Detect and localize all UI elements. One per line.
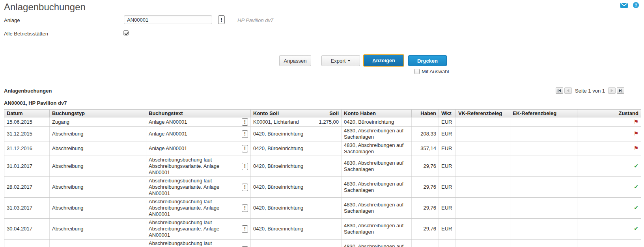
cell-text: Abschreibungsbuchung laut Abschreibungsv…	[146, 177, 251, 198]
table-row[interactable]: 31.12.2016AbschreibungAnlage AN00001!042…	[4, 141, 641, 156]
cell-haben: 29,76	[412, 177, 439, 198]
cell-vk	[456, 219, 510, 240]
last-page-button[interactable]	[617, 87, 624, 94]
lookup-button[interactable]: !	[242, 163, 248, 170]
column-header-haben[interactable]: Haben	[412, 110, 439, 117]
cell-datum: 15.06.2015	[4, 117, 50, 127]
anpassen-button[interactable]: Anpassen	[279, 55, 311, 66]
cell-zustand: ✔	[577, 240, 641, 247]
cell-ek	[510, 127, 577, 141]
mail-icon[interactable]	[620, 3, 628, 8]
cell-wkz: EUR	[439, 240, 456, 247]
anzeigen-button[interactable]: Anzeigen	[363, 54, 404, 67]
column-header-soll[interactable]: Soll	[309, 110, 342, 117]
column-header-konto_soll[interactable]: Konto Soll	[251, 110, 309, 117]
table-row[interactable]: 31.01.2017AbschreibungAbschreibungsbuchu…	[4, 156, 641, 177]
drucken-button[interactable]: Drucken	[408, 55, 447, 66]
column-header-zustand[interactable]: Zustand	[577, 110, 641, 117]
buchungstext: Abschreibungsbuchung laut Abschreibungsv…	[149, 157, 240, 176]
cell-zustand: ⚑	[577, 127, 641, 141]
column-header-konto_haben[interactable]: Konto Haben	[342, 110, 412, 117]
buchungstext: Abschreibungsbuchung laut Abschreibungsv…	[149, 199, 240, 217]
lookup-button[interactable]: !	[242, 184, 248, 191]
cell-datum: 28.02.2017	[4, 177, 50, 198]
previous-page-button[interactable]	[564, 87, 572, 94]
lookup-button[interactable]: !	[242, 118, 248, 126]
table-row[interactable]: 28.02.2017AbschreibungAbschreibungsbuchu…	[4, 177, 641, 198]
lookup-button[interactable]: !	[242, 145, 248, 152]
cell-vk	[456, 198, 510, 219]
cell-soll	[309, 219, 342, 240]
green-check-icon: ✔	[634, 184, 638, 190]
anlage-lookup-button[interactable]: !	[218, 15, 225, 24]
first-page-button[interactable]	[556, 87, 563, 94]
cell-typ: Abschreibung	[50, 141, 146, 156]
cell-konto_haben: 0420, Büroeinrichtung	[342, 117, 412, 127]
cell-vk	[456, 156, 510, 177]
column-header-ek[interactable]: EK-Referenzbeleg	[510, 110, 577, 117]
group-title: AN00001, HP Pavilion dv7	[4, 100, 641, 106]
anlagenbuchungen-section: Anlagenbuchungen Seite 1 von 1 AN00001, …	[4, 87, 641, 247]
cell-soll	[309, 198, 342, 219]
cell-konto_soll: 0420, Büroeinrichtung	[251, 240, 309, 247]
cell-konto_haben: 4830, Abschreibungen auf Sachanlagen	[342, 141, 412, 156]
mit-auswahl-checkbox[interactable]	[414, 69, 420, 74]
cell-typ: Abschreibung	[50, 219, 146, 240]
lookup-button[interactable]: !	[242, 225, 248, 233]
cell-text: Anlage AN00001!	[146, 117, 251, 127]
column-header-datum[interactable]: Datum	[4, 110, 50, 117]
table-row[interactable]: 30.04.2017AbschreibungAbschreibungsbuchu…	[4, 219, 641, 240]
cell-vk	[456, 117, 510, 127]
section-title: Anlagenbuchungen	[4, 88, 52, 94]
column-header-vk[interactable]: VK-Referenzbeleg	[456, 110, 510, 117]
cell-zustand: ⚑	[577, 117, 641, 127]
cell-zustand: ✔	[577, 177, 641, 198]
cell-vk	[456, 141, 510, 156]
cell-ek	[510, 240, 577, 247]
cell-datum: 31.05.2017	[4, 240, 50, 247]
cell-vk	[456, 177, 510, 198]
help-icon[interactable]: ?	[633, 2, 639, 9]
table-row[interactable]: 31.05.2017AbschreibungAbschreibungsbuchu…	[4, 240, 641, 247]
column-header-text[interactable]: Buchungstext	[146, 110, 251, 117]
table-header-row: DatumBuchungstypBuchungstextKonto SollSo…	[4, 110, 641, 117]
cell-datum: 31.12.2016	[4, 141, 50, 156]
cell-typ: Abschreibung	[50, 198, 146, 219]
next-page-button[interactable]	[608, 87, 616, 94]
alle-betriebsstaetten-checkbox[interactable]	[123, 30, 129, 35]
lookup-button[interactable]: !	[242, 204, 248, 212]
anlage-input[interactable]	[124, 15, 212, 24]
cell-konto_soll: 0420, Büroeinrichtung	[251, 177, 309, 198]
table-row[interactable]: 15.06.2015ZugangAnlage AN00001!K00001, L…	[4, 117, 641, 127]
lookup-button[interactable]: !	[242, 130, 248, 138]
column-header-typ[interactable]: Buchungstyp	[50, 110, 146, 117]
table-row[interactable]: 31.03.2017AbschreibungAbschreibungsbuchu…	[4, 198, 641, 219]
pagination-top: Seite 1 von 1	[556, 87, 624, 94]
cell-soll	[309, 127, 342, 141]
cell-wkz: EUR	[439, 127, 456, 141]
cell-soll	[309, 141, 342, 156]
cell-ek	[510, 198, 577, 219]
buchungstext: Abschreibungsbuchung laut Abschreibungsv…	[149, 219, 240, 238]
cell-wkz: EUR	[439, 141, 456, 156]
mit-auswahl-label: Mit Auswahl	[422, 69, 449, 74]
column-header-wkz[interactable]: Wkz	[439, 110, 456, 117]
green-check-icon: ✔	[634, 163, 638, 169]
table-row[interactable]: 31.12.2015AbschreibungAnlage AN00001!042…	[4, 127, 641, 141]
cell-haben: 29,76	[412, 198, 439, 219]
cell-ek	[510, 141, 577, 156]
cell-wkz: EUR	[439, 117, 456, 127]
cell-text: Abschreibungsbuchung laut Abschreibungsv…	[146, 219, 251, 240]
cell-konto_haben: 4830, Abschreibungen auf Sachanlagen	[342, 156, 412, 177]
export-button[interactable]: Export	[321, 55, 360, 66]
cell-zustand: ✔	[577, 198, 641, 219]
cell-konto_soll: 0420, Büroeinrichtung	[251, 127, 309, 141]
cell-typ: Abschreibung	[50, 177, 146, 198]
cell-haben	[412, 117, 439, 127]
buchungstext: Anlage AN00001	[149, 119, 240, 125]
buchungstext: Anlage AN00001	[149, 131, 240, 137]
cell-typ: Abschreibung	[50, 127, 146, 141]
cell-soll	[309, 177, 342, 198]
anlagenbuchungen-page: Anlagenbuchungen ? Anlage ! HP Pavilion …	[0, 0, 644, 247]
cell-vk	[456, 240, 510, 247]
